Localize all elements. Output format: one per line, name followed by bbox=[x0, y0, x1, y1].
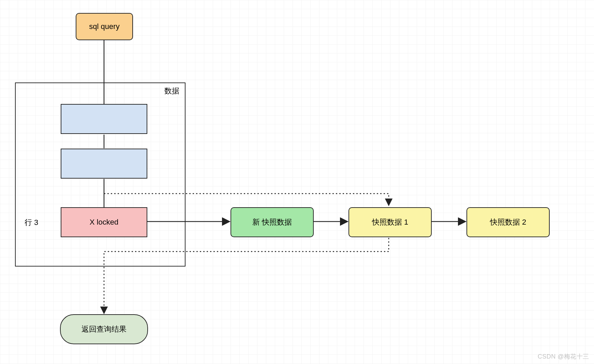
node-label: 返回查询结果 bbox=[81, 324, 127, 334]
container-title: 数据 bbox=[164, 86, 179, 96]
data-row-2 bbox=[61, 149, 147, 179]
watermark: CSDN @梅花十三 bbox=[538, 352, 589, 361]
row-3-label: 行 3 bbox=[25, 217, 38, 228]
node-label: 快照数据 1 bbox=[372, 217, 408, 227]
data-row-1 bbox=[61, 104, 147, 134]
node-snapshot-1: 快照数据 1 bbox=[348, 207, 432, 237]
node-snapshot-2: 快照数据 2 bbox=[466, 207, 550, 237]
node-label: sql query bbox=[89, 22, 119, 31]
node-label: X locked bbox=[90, 218, 118, 227]
diagram-stage: sql query 数据 行 3 X locked 新 快照数据 快照数据 1 … bbox=[0, 0, 594, 364]
data-row-3-locked: X locked bbox=[61, 207, 147, 237]
node-new-snapshot: 新 快照数据 bbox=[231, 207, 314, 237]
node-return-result: 返回查询结果 bbox=[60, 314, 148, 344]
node-sql-query: sql query bbox=[76, 13, 133, 40]
node-label: 新 快照数据 bbox=[252, 217, 292, 227]
node-label: 快照数据 2 bbox=[490, 217, 526, 227]
